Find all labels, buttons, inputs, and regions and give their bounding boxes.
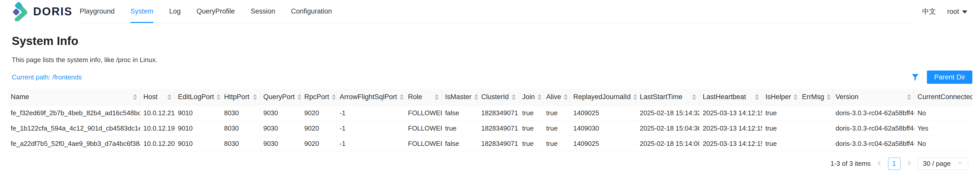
table-cell: FOLLOWER (405, 121, 442, 136)
column-header-httpport[interactable]: HttpPort (221, 89, 260, 105)
table-cell: 2025-02-18 15:14:32 (636, 105, 700, 121)
pagination-prev-button[interactable] (876, 160, 883, 168)
nav-item-configuration[interactable]: Configuration (291, 0, 332, 22)
nav-item-playground[interactable]: Playground (80, 0, 115, 22)
column-header-editlogport[interactable]: EditLogPort (175, 89, 221, 105)
table-cell: No (915, 105, 972, 121)
sort-icon (538, 94, 542, 100)
table-cell: No (915, 136, 972, 151)
column-label: HttpPort (224, 93, 249, 101)
table-cell: fe_f32ed69f_2b7b_4beb_82b4_ad16c548bc03 (8, 105, 140, 121)
pagination: 1-3 of 3 items 1 30 / page (8, 158, 968, 170)
column-label: IsHelper (765, 93, 791, 101)
table-row: fe_a22df7b5_52f0_4ae9_9bb3_d7a4bc6f38a81… (8, 136, 972, 151)
table-cell: 9010 (175, 105, 221, 121)
sort-icon (298, 94, 301, 100)
toolbar: Current path: /frontends Parent Dir (8, 70, 972, 84)
table-cell: true (762, 105, 799, 121)
table-cell: 1828349071 (478, 121, 519, 136)
column-header-lastheartbeat[interactable]: LastHeartbeat (700, 89, 762, 105)
column-header-alive[interactable]: Alive (543, 89, 570, 105)
column-header-clusterid[interactable]: ClusterId (478, 89, 519, 105)
column-header-version[interactable]: Version (832, 89, 914, 105)
column-label: Version (835, 93, 859, 101)
table-cell: fe_1b122cfa_594a_4c12_901d_cb4583dc1ea7 (8, 121, 140, 136)
frontends-table: NameHostEditLogPortHttpPortQueryPortRpcP… (8, 89, 972, 152)
table-cell: 9030 (260, 136, 301, 151)
table-cell: 9020 (301, 136, 336, 151)
column-label: RpcPort (304, 93, 329, 101)
page-size-value: 30 / page (923, 160, 951, 168)
column-header-ishelper[interactable]: IsHelper (762, 89, 799, 105)
sort-icon (794, 94, 797, 100)
sort-icon (512, 94, 516, 100)
column-header-laststarttime[interactable]: LastStartTime (636, 89, 700, 105)
column-header-name[interactable]: Name (8, 89, 140, 105)
column-header-role[interactable]: Role (405, 89, 442, 105)
table-cell: true (543, 136, 570, 151)
column-header-ismaster[interactable]: IsMaster (442, 89, 478, 105)
column-label: ClusterId (481, 93, 509, 101)
column-header-currentconnected[interactable]: CurrentConnected (915, 89, 972, 105)
table-cell: true (543, 121, 570, 136)
table-cell: fe_a22df7b5_52f0_4ae9_9bb3_d7a4bc6f38a8 (8, 136, 140, 151)
column-label: Alive (546, 93, 561, 101)
column-header-replayedjournalid[interactable]: ReplayedJournalId (570, 89, 637, 105)
column-header-rpcport[interactable]: RpcPort (301, 89, 336, 105)
table-cell: doris-3.0.3-rc04-62a58bff4c (832, 121, 914, 136)
sort-icon (332, 94, 336, 100)
toolbar-right: Parent Dir (911, 70, 972, 84)
nav-item-session[interactable]: Session (251, 0, 275, 22)
table-cell: 10.0.12.19 (140, 121, 175, 136)
column-label: ReplayedJournalId (573, 93, 631, 101)
column-label: ErrMsg (802, 93, 824, 101)
table-cell: doris-3.0.3-rc04-62a58bff4c (832, 105, 914, 121)
column-header-arrowflightsqlport[interactable]: ArrowFlightSqlPort (336, 89, 405, 105)
table-cell: 1828349071 (478, 105, 519, 121)
chevron-right-icon (905, 160, 913, 168)
column-header-queryport[interactable]: QueryPort (260, 89, 301, 105)
table-cell (799, 105, 832, 121)
table-cell: 8030 (221, 136, 260, 151)
user-name: root (947, 8, 959, 16)
filter-icon[interactable] (911, 72, 920, 82)
nav-item-queryprofile[interactable]: QueryProfile (197, 0, 235, 22)
doris-logo-icon (13, 1, 29, 22)
doris-logo[interactable]: DORIS (13, 0, 73, 23)
pagination-page-1[interactable]: 1 (888, 158, 900, 170)
system-info-page: System Info This page lists the system i… (0, 34, 980, 170)
user-menu[interactable]: root (947, 8, 967, 16)
pagination-next-button[interactable] (905, 160, 913, 168)
column-label: QueryPort (263, 93, 295, 101)
page-title: System Info (12, 34, 972, 48)
sort-icon (755, 94, 759, 100)
table-cell: 1409025 (570, 136, 637, 151)
table-cell: 1409025 (570, 105, 637, 121)
current-path-link[interactable]: Current path: /frontends (12, 74, 82, 81)
table-cell: 9020 (301, 105, 336, 121)
table-cell: 9010 (175, 121, 221, 136)
sort-icon (907, 94, 911, 100)
app-header: DORIS PlaygroundSystemLogQueryProfileSes… (0, 0, 980, 23)
nav-item-log[interactable]: Log (169, 0, 181, 22)
page-size-select[interactable]: 30 / page (918, 158, 968, 170)
sort-icon (216, 94, 221, 100)
table-cell: 2025-03-13 14:12:15 (700, 105, 762, 121)
column-header-join[interactable]: Join (519, 89, 543, 105)
column-header-errmsg[interactable]: ErrMsg (799, 89, 832, 105)
column-header-host[interactable]: Host (140, 89, 175, 105)
language-switch[interactable]: 中文 (922, 7, 936, 16)
chevron-down-icon (957, 160, 963, 168)
sort-icon (827, 94, 831, 100)
table-cell: true (442, 121, 478, 136)
table-cell: Yes (915, 121, 972, 136)
table-cell: 9030 (260, 105, 301, 121)
nav-item-system[interactable]: System (130, 0, 153, 22)
table-cell: 2025-02-18 15:04:36 (636, 121, 700, 136)
table-cell: 1409030 (570, 121, 637, 136)
chevron-down-icon (962, 11, 967, 14)
table-cell: true (762, 121, 799, 136)
parent-dir-button[interactable]: Parent Dir (927, 70, 972, 84)
main-nav: PlaygroundSystemLogQueryProfileSessionCo… (80, 0, 911, 23)
table-cell: true (519, 136, 543, 151)
